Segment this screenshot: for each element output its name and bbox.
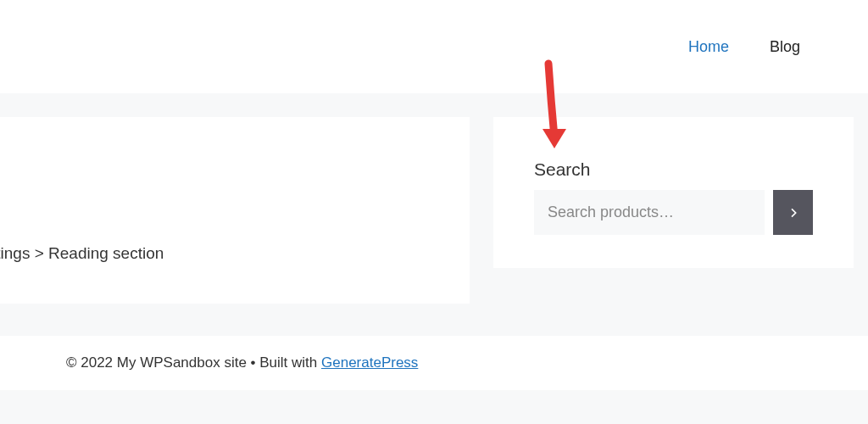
footer: © 2022 My WPSandbox site • Built with Ge… (0, 336, 868, 390)
sidebar: Search (493, 117, 854, 268)
generatepress-link[interactable]: GeneratePress (321, 354, 418, 371)
nav-home[interactable]: Home (688, 38, 729, 56)
main-panel: ttings > Reading section (0, 117, 470, 304)
search-submit-button[interactable] (773, 190, 813, 235)
search-title: Search (534, 159, 813, 180)
reading-section-text: ttings > Reading section (0, 244, 164, 263)
chevron-right-icon (787, 206, 800, 220)
content-area: ttings > Reading section Search (0, 93, 868, 304)
main-nav: Home Blog (688, 38, 800, 56)
nav-blog[interactable]: Blog (770, 38, 800, 56)
copyright-text: © 2022 My WPSandbox site • Built with (66, 354, 321, 371)
search-input[interactable] (534, 190, 765, 235)
search-form (534, 190, 813, 235)
header: Home Blog (0, 0, 868, 93)
